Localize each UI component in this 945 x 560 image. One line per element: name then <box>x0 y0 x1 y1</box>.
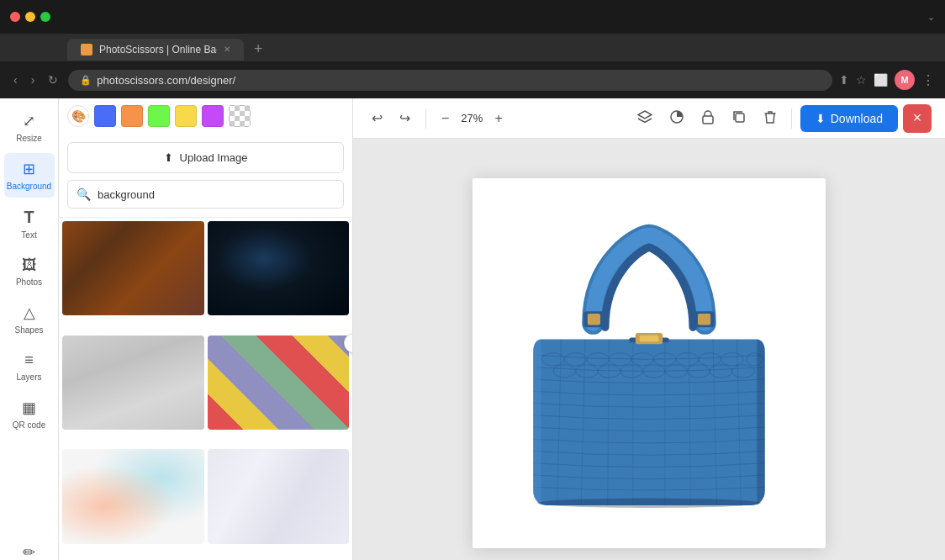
canvas-container <box>353 139 945 560</box>
tool-resize-label: Resize <box>16 134 42 143</box>
svg-rect-37 <box>640 335 659 342</box>
maximize-window-btn[interactable] <box>40 12 50 22</box>
back-btn[interactable]: ‹ <box>10 70 21 90</box>
image-grid <box>59 218 352 560</box>
bg-thumb-dark-cloud[interactable] <box>208 221 350 315</box>
bg-thumb-wood-dark[interactable] <box>62 221 204 315</box>
svg-point-34 <box>537 499 761 508</box>
color-swatch-blue[interactable] <box>94 105 116 127</box>
address-bar: ‹ › ↻ 🔒 photoscissors.com/designer/ ⬆ ☆ … <box>0 61 945 98</box>
redo-btn[interactable]: ↪ <box>394 105 415 131</box>
bg-thumb-gray-texture[interactable] <box>62 335 204 430</box>
avatar[interactable]: M <box>895 70 915 90</box>
bookmark-icon[interactable]: ☆ <box>856 73 867 87</box>
tool-photos-label: Photos <box>16 277 42 287</box>
tool-qrcode-label: QR code <box>13 420 45 430</box>
share-icon[interactable]: ⬆ <box>839 73 849 87</box>
reload-btn[interactable]: ↻ <box>45 70 61 90</box>
close-window-btn[interactable] <box>10 12 20 22</box>
canvas-area: ↩ ↪ − 27% + <box>353 98 945 560</box>
tool-old-editor[interactable]: ✏ Old Editor <box>4 536 55 560</box>
qrcode-icon: ▦ <box>22 399 36 417</box>
tool-background[interactable]: ⊞ Background <box>4 153 55 198</box>
resize-icon: ⤢ <box>23 112 35 130</box>
color-swatch-transparent[interactable] <box>229 105 251 127</box>
undo-btn[interactable]: ↩ <box>367 105 388 131</box>
minimize-window-btn[interactable] <box>25 12 35 22</box>
traffic-lights <box>10 12 50 22</box>
tool-photos[interactable]: 🖼 Photos <box>4 250 55 293</box>
zoom-control: − 27% + <box>436 106 508 131</box>
tool-background-label: Background <box>7 182 51 191</box>
tools-sidebar: ⤢ Resize ⊞ Background T Text 🖼 Photos △ … <box>0 98 59 560</box>
photos-icon: 🖼 <box>22 256 37 274</box>
background-panel: 🎨 ⬆ Upload Image 🔍 <box>59 98 353 560</box>
zoom-value: 27% <box>457 112 486 124</box>
upload-image-btn[interactable]: ⬆ Upload Image <box>67 142 344 173</box>
browser-chrome: ⌄ PhotoScissors | Online Backgr... ✕ + ‹… <box>0 0 945 98</box>
lock-btn[interactable] <box>695 105 721 131</box>
tab-bar: PhotoScissors | Online Backgr... ✕ + <box>0 34 945 61</box>
background-icon: ⊞ <box>23 160 35 178</box>
url-bar[interactable]: 🔒 photoscissors.com/designer/ <box>68 70 832 91</box>
download-icon: ⬇ <box>816 112 826 125</box>
search-input[interactable] <box>98 188 335 201</box>
app: ⤢ Resize ⊞ Background T Text 🖼 Photos △ … <box>0 98 945 560</box>
zoom-out-btn[interactable]: − <box>436 106 454 131</box>
opacity-btn[interactable] <box>663 105 690 131</box>
toolbar-right: ⬇ Download × <box>631 104 932 133</box>
tool-text-label: Text <box>21 230 36 240</box>
tool-layers[interactable]: ≡ Layers <box>4 345 55 388</box>
download-btn[interactable]: ⬇ Download <box>800 105 898 132</box>
color-swatch-green[interactable] <box>148 105 170 127</box>
old-editor-icon: ✏ <box>23 543 35 560</box>
zoom-in-btn[interactable]: + <box>489 106 507 131</box>
active-tab[interactable]: PhotoScissors | Online Backgr... ✕ <box>67 39 244 61</box>
bg-thumb-light-streaks[interactable] <box>208 449 350 543</box>
url-text: photoscissors.com/designer/ <box>97 74 235 87</box>
svg-rect-5 <box>588 314 600 325</box>
new-tab-btn[interactable]: + <box>247 37 270 61</box>
upload-label: Upload Image <box>180 151 248 164</box>
search-box: 🔍 <box>67 180 344 209</box>
layers-toolbar-btn[interactable] <box>631 105 658 131</box>
layers-icon: ≡ <box>24 351 34 369</box>
color-palette-btn[interactable]: 🎨 <box>67 105 89 127</box>
close-btn[interactable]: × <box>903 104 932 133</box>
forward-btn[interactable]: › <box>28 70 39 90</box>
tool-qrcode[interactable]: ▦ QR code <box>4 392 55 436</box>
color-swatch-yellow[interactable] <box>175 105 197 127</box>
shapes-icon: △ <box>24 304 35 322</box>
more-options-btn[interactable]: ⋮ <box>921 72 935 88</box>
tool-shapes-label: Shapes <box>15 325 44 335</box>
delete-btn[interactable] <box>758 105 783 131</box>
canvas-toolbar: ↩ ↪ − 27% + <box>353 98 945 139</box>
tool-text[interactable]: T Text <box>4 201 55 246</box>
search-icon: 🔍 <box>77 188 91 201</box>
tab-favicon <box>81 44 92 55</box>
download-label: Download <box>831 112 883 125</box>
tool-shapes[interactable]: △ Shapes <box>4 297 55 341</box>
duplicate-btn[interactable] <box>726 105 752 131</box>
color-swatches: 🎨 <box>59 98 352 134</box>
svg-rect-2 <box>736 114 744 122</box>
window-expand[interactable]: ⌄ <box>927 12 935 23</box>
upload-icon: ⬆ <box>164 151 173 164</box>
tab-close-btn[interactable]: ✕ <box>224 45 230 54</box>
toolbar-divider-1 <box>425 108 426 129</box>
tab-title: PhotoScissors | Online Backgr... <box>99 44 217 55</box>
toolbar-divider-2 <box>791 108 792 129</box>
svg-rect-1 <box>703 116 713 124</box>
svg-rect-6 <box>698 314 710 325</box>
tool-resize[interactable]: ⤢ Resize <box>4 105 55 150</box>
handbag-image <box>489 195 809 531</box>
bg-thumb-colored-stripes[interactable] <box>208 335 350 430</box>
color-swatch-purple[interactable] <box>202 105 224 127</box>
lock-icon: 🔒 <box>80 75 92 86</box>
extensions-icon[interactable]: ⬜ <box>874 73 888 87</box>
color-swatch-orange[interactable] <box>121 105 143 127</box>
text-icon: T <box>24 208 34 227</box>
panel-top: ⬆ Upload Image 🔍 <box>59 134 352 218</box>
bg-thumb-watercolor[interactable] <box>62 449 204 543</box>
canvas-white <box>472 178 826 548</box>
